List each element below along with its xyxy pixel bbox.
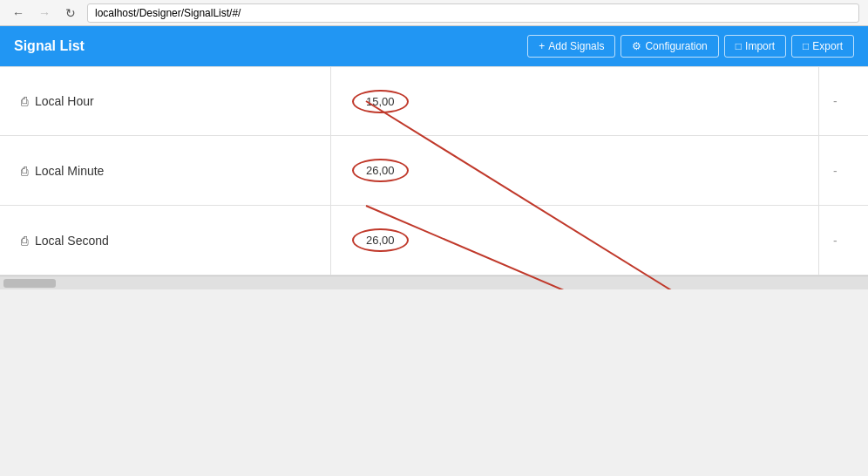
scrollbar-area (0, 275, 868, 289)
forward-button[interactable]: → (35, 3, 54, 23)
signal-row-local-hour: ⎙ Local Hour 15,00 - (0, 66, 868, 136)
signal-name-col-1: ⎙ Local Hour (0, 67, 331, 135)
signal-type-icon-2: ⎙ (21, 164, 28, 178)
address-bar[interactable] (87, 3, 859, 23)
signal-dash-col-3: - (819, 206, 868, 275)
signal-row-local-minute: ⎙ Local Minute 26,00 - (0, 136, 868, 206)
signal-name-col-2: ⎙ Local Minute (0, 136, 331, 205)
signal-type-icon-3: ⎙ (21, 234, 28, 248)
add-icon: + (539, 40, 545, 52)
import-icon: □ (736, 40, 742, 52)
configuration-label: Configuration (645, 40, 707, 52)
signal-type-icon-1: ⎙ (21, 94, 28, 108)
add-signals-label: Add Signals (548, 40, 604, 52)
signal-name-2: Local Minute (35, 164, 104, 178)
signal-name-col-3: ⎙ Local Second (0, 206, 331, 275)
signal-value-oval-1: 15,00 (352, 90, 409, 113)
signal-value-col-3: 26,00 (331, 206, 819, 275)
signal-value-col-2: 26,00 (331, 136, 819, 205)
browser-bar: ← → ↻ (0, 0, 868, 26)
signal-value-col-1: 15,00 (331, 67, 819, 135)
export-label: Export (812, 40, 843, 52)
export-button[interactable]: □ Export (791, 35, 854, 58)
signal-value-oval-3: 26,00 (352, 228, 409, 252)
export-icon: □ (803, 40, 809, 52)
header-buttons: + Add Signals ⚙ Configuration □ Import □… (527, 35, 854, 58)
app-title: Signal List (14, 38, 85, 54)
reload-button[interactable]: ↻ (61, 3, 80, 23)
app-header: Signal List + Add Signals ⚙ Configuratio… (0, 26, 868, 66)
configuration-button[interactable]: ⚙ Configuration (620, 35, 718, 58)
import-button[interactable]: □ Import (724, 35, 786, 58)
gear-icon: ⚙ (632, 40, 641, 52)
signal-name-1: Local Hour (35, 94, 94, 108)
scrollbar-thumb[interactable] (3, 279, 56, 288)
signal-name-3: Local Second (35, 234, 109, 248)
signal-dash-col-2: - (819, 136, 868, 205)
signal-value-oval-2: 26,00 (352, 159, 409, 182)
signal-list-area: ⎙ Local Hour 15,00 - ⎙ Local Minute 26,0… (0, 66, 868, 275)
back-button[interactable]: ← (9, 3, 28, 23)
import-label: Import (745, 40, 775, 52)
add-signals-button[interactable]: + Add Signals (527, 35, 615, 58)
main-area: ⎙ Local Hour 15,00 - ⎙ Local Minute 26,0… (0, 66, 868, 289)
signal-row-local-second: ⎙ Local Second 26,00 - (0, 206, 868, 275)
signal-dash-col-1: - (819, 67, 868, 135)
